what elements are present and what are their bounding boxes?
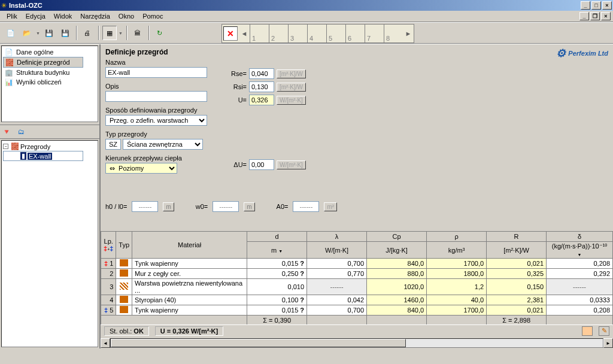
row-num[interactable]: 3 — [101, 279, 116, 295]
row-num[interactable]: 4 — [101, 295, 116, 305]
table-row[interactable]: ‡ 1 Tynk wapienny 0,015 ? 0,700 840,0 17… — [101, 259, 613, 269]
tab-next-icon[interactable]: ► — [403, 26, 414, 41]
close-button[interactable]: × — [602, 1, 612, 10]
rse-input[interactable] — [249, 68, 274, 79]
tab-1[interactable]: 1 — [250, 25, 269, 43]
unit-d[interactable]: m ▼ — [247, 242, 307, 259]
row-material[interactable]: Tynk wapienny — [132, 305, 247, 316]
row-type-icon[interactable] — [116, 295, 132, 305]
structure-icon[interactable]: 🏛 — [131, 26, 145, 40]
row-rho[interactable]: 1800,0 — [427, 269, 487, 279]
nav-results[interactable]: 📊 Wyniki obliczeń — [3, 77, 96, 87]
rsi-input[interactable] — [249, 81, 274, 92]
row-r[interactable]: 0,150 — [487, 279, 547, 295]
tab-3[interactable]: 3 — [288, 25, 307, 43]
col-typ[interactable]: Typ — [116, 232, 132, 259]
menu-file[interactable]: Plik — [2, 12, 22, 20]
tab-close-icon[interactable]: ✕ — [223, 26, 238, 41]
menu-edit[interactable]: Edycja — [22, 12, 50, 20]
h0-unit[interactable]: m — [163, 202, 174, 211]
unit-cp[interactable]: J/[kg·K] — [367, 242, 427, 259]
unit-delta[interactable]: (kg/(m·s·Pa))·10⁻¹⁰ ▼ — [547, 242, 613, 259]
table-row[interactable]: ‡ 5 Tynk wapienny 0,015 ? 0,700 840,0 17… — [101, 305, 613, 316]
row-cp[interactable]: 1020,0 — [367, 279, 427, 295]
dropdown-icon[interactable]: ▼ — [36, 31, 40, 35]
row-cp[interactable]: 1460,0 — [367, 295, 427, 305]
tab-7[interactable]: 7 — [365, 25, 384, 43]
row-d[interactable]: 0,015 ? — [247, 305, 307, 316]
col-cp[interactable]: Cp — [367, 232, 427, 242]
maximize-button[interactable]: □ — [591, 1, 601, 10]
col-lp[interactable]: Lp. ‡+‡ — [101, 232, 116, 259]
desc-input[interactable] — [105, 91, 207, 102]
minimize-button[interactable]: _ — [581, 1, 590, 10]
scroll-thumb[interactable] — [111, 339, 406, 347]
row-num[interactable]: ‡ 5 — [101, 305, 116, 316]
du-unit[interactable]: W/[m²·K] — [277, 160, 306, 169]
col-delta[interactable]: δ — [547, 232, 613, 242]
row-rho[interactable]: 1,2 — [427, 279, 487, 295]
save-icon[interactable]: 💾 — [42, 26, 56, 40]
tree-root[interactable]: − 🧱 Przegrody — [3, 142, 96, 151]
table-row[interactable]: 2 Mur z cegły cer. 0,250 ? 0,770 880,0 1… — [101, 269, 613, 279]
du-input[interactable] — [249, 159, 274, 170]
col-d[interactable]: d — [247, 232, 307, 242]
scroll-track[interactable] — [110, 338, 603, 348]
tab-8[interactable]: 8 — [384, 25, 403, 43]
col-r[interactable]: R — [487, 232, 547, 242]
def-select[interactable]: Przeg. o zdefin. warstwach — [105, 115, 207, 126]
name-input[interactable] — [105, 67, 207, 78]
row-type-icon[interactable] — [116, 269, 132, 279]
type-select[interactable]: Ściana zewnętrzna — [123, 139, 203, 150]
dir-select[interactable]: ⇔ Poziomy — [105, 163, 177, 174]
status-action-2[interactable]: ✎ — [599, 326, 609, 336]
tab-2[interactable]: 2 — [269, 25, 288, 43]
print-icon[interactable]: 🖨 — [80, 26, 95, 40]
row-d[interactable]: 0,250 ? — [247, 269, 307, 279]
run-icon[interactable]: ↻ — [153, 26, 167, 40]
row-type-icon[interactable] — [116, 279, 132, 295]
collapse-icon[interactable]: − — [3, 144, 8, 149]
menu-help[interactable]: Pomoc — [138, 12, 167, 20]
open-icon[interactable]: 📂 — [20, 26, 34, 40]
tree-item-exwall[interactable]: ▮ EX-wall — [3, 151, 83, 161]
u-unit[interactable]: W/[m²·K] — [277, 96, 306, 105]
row-r[interactable]: 0,021 — [487, 305, 547, 316]
status-action-1[interactable] — [582, 326, 593, 336]
tab-6[interactable]: 6 — [345, 25, 365, 43]
row-material[interactable]: Mur z cegły cer. — [132, 269, 247, 279]
save-all-icon[interactable]: 💾 — [58, 26, 72, 40]
menu-window[interactable]: Okno — [114, 12, 138, 20]
mdi-restore-button[interactable]: ❐ — [590, 12, 600, 20]
col-mat[interactable]: Materiał — [132, 232, 247, 259]
tab-4[interactable]: 4 — [307, 25, 326, 43]
unit-lambda[interactable]: W/[m·K] — [307, 242, 367, 259]
menu-tools[interactable]: Narzędzia — [76, 12, 114, 20]
rsi-unit[interactable]: [m²·K]/W — [277, 83, 306, 92]
grid-view-icon[interactable]: ▦ — [102, 26, 117, 40]
row-rho[interactable]: 40,0 — [427, 295, 487, 305]
nav-structure[interactable]: 🏢 Struktura budynku — [3, 68, 96, 77]
col-rho[interactable]: ρ — [427, 232, 487, 242]
tab-5[interactable]: 5 — [326, 25, 345, 43]
horizontal-scrollbar[interactable]: ◄ ► — [101, 338, 613, 348]
row-num[interactable]: ‡ 1 — [101, 259, 116, 269]
table-row[interactable]: 4 Styropian (40) 0,100 ? 0,042 1460,0 40… — [101, 295, 613, 305]
table-row[interactable]: 3 Warstwa powietrzna niewentylowana ... … — [101, 279, 613, 295]
mdi-minimize-button[interactable]: _ — [579, 12, 589, 20]
unit-rho[interactable]: kg/m³ — [427, 242, 487, 259]
rse-unit[interactable]: [m²·K]/W — [277, 69, 306, 78]
row-r[interactable]: 2,381 — [487, 295, 547, 305]
row-type-icon[interactable] — [116, 259, 132, 269]
new-icon[interactable]: 📄 — [4, 26, 18, 40]
menu-view[interactable]: Widok — [50, 12, 77, 20]
row-rho[interactable]: 1700,0 — [427, 305, 487, 316]
row-material[interactable]: Styropian (40) — [132, 295, 247, 305]
row-material[interactable]: Tynk wapienny — [132, 259, 247, 269]
type-code[interactable] — [105, 139, 121, 150]
scroll-left-icon[interactable]: ◄ — [101, 338, 110, 348]
row-d[interactable]: 0,100 ? — [247, 295, 307, 305]
filter-icon[interactable]: 🔻 — [2, 128, 11, 136]
row-cp[interactable]: 840,0 — [367, 259, 427, 269]
nav-partitions[interactable]: 🧱 Definicje przegród — [3, 57, 83, 68]
